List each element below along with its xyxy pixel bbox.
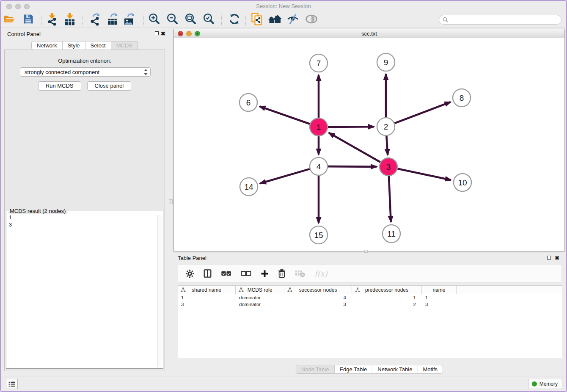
criterion-value: strongly connected component	[25, 69, 144, 75]
criterion-dropdown[interactable]: strongly connected component	[20, 67, 151, 77]
delete-column-trash-icon[interactable]	[278, 269, 286, 278]
search-input[interactable]	[450, 17, 558, 23]
graph-edge-3-11[interactable]	[389, 176, 391, 222]
task-history-button[interactable]	[6, 379, 18, 389]
tab-network-table[interactable]: Network Table	[372, 365, 418, 374]
mcds-result-title: MCDS result (2 nodes)	[8, 208, 67, 214]
main-toolbar	[1, 12, 566, 28]
export-table-icon[interactable]	[107, 12, 118, 27]
apply-layout-icon[interactable]	[228, 13, 240, 27]
graph-edge-4-14[interactable]	[260, 169, 310, 183]
cell-predecessor-nodes[interactable]: 1	[352, 294, 422, 301]
show-all-icon[interactable]	[305, 14, 318, 25]
svg-text:11: 11	[387, 229, 396, 238]
tab-mcds[interactable]: MCDS	[111, 41, 138, 50]
memory-label: Memory	[539, 381, 558, 387]
create-column-plus-icon[interactable]	[261, 270, 269, 278]
control-panel: Control Panel ✖ NetworkStyleSelectMCDS O…	[1, 28, 168, 376]
graph-node-3[interactable]: 3	[380, 158, 397, 176]
graph-node-11[interactable]: 11	[383, 225, 400, 243]
toolbar-separator	[83, 14, 83, 25]
close-table-panel-icon[interactable]: ✖	[555, 256, 559, 260]
run-mcds-button[interactable]: Run MCDS	[38, 81, 81, 91]
graph-node-1[interactable]: 1	[310, 118, 328, 136]
import-table-icon[interactable]	[64, 12, 76, 27]
table-row[interactable]: 1dominator411	[178, 294, 562, 301]
table-row[interactable]: 3dominator323	[178, 301, 562, 308]
tab-style[interactable]: Style	[63, 41, 85, 50]
control-panel-title: Control Panel	[7, 31, 41, 37]
result-scrollbar[interactable]	[157, 215, 162, 367]
tab-network[interactable]: Network	[31, 41, 63, 50]
memory-status-icon	[532, 381, 537, 386]
graph-edge-1-6[interactable]	[259, 106, 310, 124]
graph-node-14[interactable]: 14	[240, 178, 258, 196]
cell-MCDS-role[interactable]: dominator	[236, 301, 284, 308]
graph-node-2[interactable]: 2	[377, 118, 395, 135]
open-file-icon[interactable]	[3, 14, 16, 26]
cell-successor-nodes[interactable]: 4	[284, 294, 352, 301]
export-network-icon[interactable]	[89, 12, 101, 27]
tab-edge-table[interactable]: Edge Table	[334, 365, 372, 374]
float-panel-icon[interactable]	[155, 31, 159, 35]
memory-button[interactable]: Memory	[528, 379, 562, 389]
select-all-columns-icon[interactable]	[221, 271, 231, 276]
tab-motifs[interactable]: Motifs	[418, 365, 443, 374]
tab-node-table[interactable]: Node Table	[296, 365, 335, 374]
svg-text:3: 3	[386, 163, 391, 171]
search-field[interactable]	[439, 15, 561, 25]
toolbar-separator	[41, 14, 41, 25]
table-settings-gear-icon[interactable]	[185, 269, 194, 278]
zoom-in-icon[interactable]	[148, 13, 160, 27]
export-image-icon[interactable]	[124, 12, 135, 27]
close-panel-button[interactable]: Close panel	[87, 81, 132, 91]
svg-text:8: 8	[460, 94, 464, 102]
panel-splitter[interactable]	[168, 28, 173, 376]
graph-edge-4-3[interactable]	[328, 166, 377, 167]
graph-edge-1-2[interactable]	[328, 127, 374, 127]
cell-name[interactable]: 3	[422, 301, 457, 308]
zoom-selected-icon[interactable]	[202, 13, 215, 27]
cell-predecessor-nodes[interactable]: 2	[352, 301, 422, 308]
mcds-result-text[interactable]: 1 3	[9, 214, 156, 367]
graph-node-15[interactable]: 15	[310, 226, 328, 244]
column-header-name[interactable]: name	[422, 286, 457, 294]
import-network-icon[interactable]	[46, 12, 58, 27]
column-header-successor-nodes[interactable]: successor nodes	[284, 286, 352, 294]
column-header-MCDS-role[interactable]: MCDS role	[236, 286, 284, 294]
deselect-all-columns-icon[interactable]	[241, 271, 251, 276]
splitter-handle[interactable]	[169, 199, 173, 204]
save-session-icon[interactable]	[23, 13, 34, 26]
first-neighbors-icon[interactable]	[268, 14, 282, 26]
cell-successor-nodes[interactable]: 3	[284, 301, 352, 308]
cell-shared-name[interactable]: 3	[178, 301, 236, 308]
graph-edge-3-10[interactable]	[398, 169, 451, 180]
graph-node-9[interactable]: 9	[377, 53, 395, 71]
zoom-out-icon[interactable]	[166, 13, 179, 27]
graph-node-8[interactable]: 8	[453, 89, 471, 107]
zoom-fit-icon[interactable]	[184, 13, 197, 27]
float-table-panel-icon[interactable]	[547, 256, 551, 259]
graph-node-7[interactable]: 7	[310, 54, 328, 72]
graph-edge-2-8[interactable]	[395, 102, 451, 123]
hide-selected-icon[interactable]	[286, 13, 299, 26]
column-header-shared-name[interactable]: shared name	[178, 286, 236, 294]
graph-node-10[interactable]: 10	[454, 174, 471, 191]
cell-MCDS-role[interactable]: dominator	[236, 294, 284, 301]
graph-edge-3-1[interactable]	[329, 133, 380, 162]
cell-name[interactable]: 1	[422, 294, 457, 301]
network-canvas[interactable]: 7968124314101511	[174, 38, 564, 251]
tab-select[interactable]: Select	[85, 41, 111, 50]
column-header-predecessor-nodes[interactable]: predecessor nodes	[352, 286, 422, 294]
cell-shared-name[interactable]: 1	[178, 294, 236, 301]
network-window-resize-handle[interactable]	[364, 250, 368, 253]
svg-text:9: 9	[384, 58, 388, 67]
close-panel-icon[interactable]: ✖	[161, 31, 165, 36]
graph-node-4[interactable]: 4	[310, 157, 328, 175]
network-window-titlebar[interactable]: ✕ − + scc.txt	[174, 29, 564, 38]
graph-node-6[interactable]: 6	[239, 94, 257, 111]
control-panel-tabs: NetworkStyleSelectMCDS	[31, 41, 138, 50]
show-column-panel-icon[interactable]	[204, 269, 212, 278]
new-network-from-selection-icon[interactable]	[251, 12, 263, 27]
graph-edge-2-3[interactable]	[386, 136, 388, 155]
